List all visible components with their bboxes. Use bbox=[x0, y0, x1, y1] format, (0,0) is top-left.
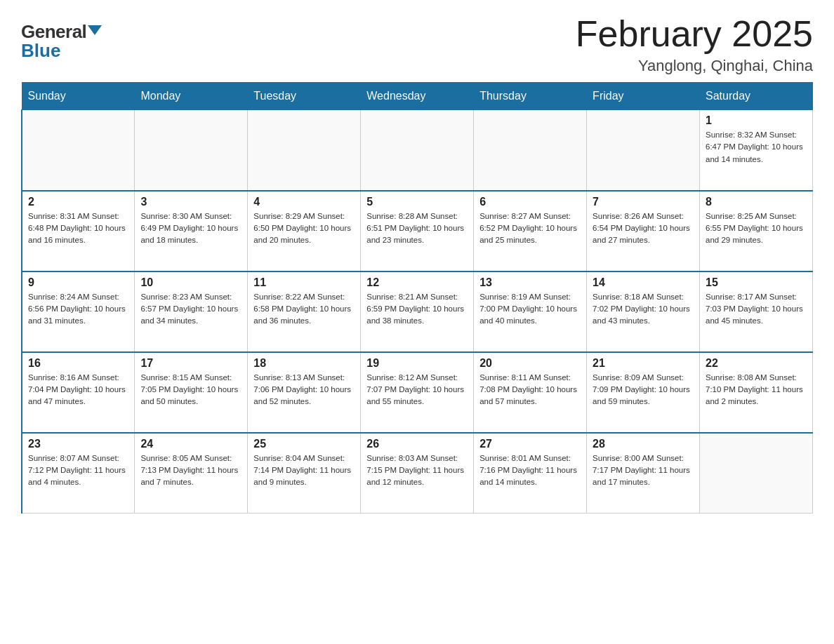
day-info: Sunrise: 8:05 AM Sunset: 7:13 PM Dayligh… bbox=[140, 452, 241, 489]
calendar-cell: 8Sunrise: 8:25 AM Sunset: 6:55 PM Daylig… bbox=[700, 191, 813, 271]
weekday-header-wednesday: Wednesday bbox=[361, 83, 474, 110]
day-number: 4 bbox=[253, 196, 355, 208]
day-number: 15 bbox=[706, 276, 807, 289]
day-number: 8 bbox=[706, 196, 807, 208]
calendar-cell: 17Sunrise: 8:15 AM Sunset: 7:05 PM Dayli… bbox=[135, 352, 248, 433]
day-number: 23 bbox=[28, 438, 128, 450]
logo: General Blue bbox=[21, 14, 102, 62]
day-number: 25 bbox=[253, 438, 355, 450]
day-info: Sunrise: 8:18 AM Sunset: 7:02 PM Dayligh… bbox=[593, 291, 694, 328]
logo-blue-text: Blue bbox=[21, 40, 60, 62]
calendar-cell: 16Sunrise: 8:16 AM Sunset: 7:04 PM Dayli… bbox=[22, 352, 135, 433]
calendar-cell: 5Sunrise: 8:28 AM Sunset: 6:51 PM Daylig… bbox=[361, 191, 474, 271]
calendar-cell: 19Sunrise: 8:12 AM Sunset: 7:07 PM Dayli… bbox=[361, 352, 474, 433]
calendar-cell: 14Sunrise: 8:18 AM Sunset: 7:02 PM Dayli… bbox=[587, 271, 700, 352]
day-info: Sunrise: 8:00 AM Sunset: 7:17 PM Dayligh… bbox=[593, 452, 694, 489]
month-title: February 2025 bbox=[576, 14, 813, 54]
calendar-cell: 2Sunrise: 8:31 AM Sunset: 6:48 PM Daylig… bbox=[22, 191, 135, 271]
calendar-week-row: 1Sunrise: 8:32 AM Sunset: 6:47 PM Daylig… bbox=[22, 110, 813, 191]
day-info: Sunrise: 8:21 AM Sunset: 6:59 PM Dayligh… bbox=[366, 291, 468, 328]
day-number: 17 bbox=[140, 357, 241, 370]
day-number: 22 bbox=[706, 357, 807, 370]
day-info: Sunrise: 8:08 AM Sunset: 7:10 PM Dayligh… bbox=[706, 372, 807, 408]
day-number: 1 bbox=[706, 114, 807, 127]
calendar-cell: 3Sunrise: 8:30 AM Sunset: 6:49 PM Daylig… bbox=[135, 191, 248, 271]
calendar-week-row: 16Sunrise: 8:16 AM Sunset: 7:04 PM Dayli… bbox=[22, 352, 813, 433]
day-number: 2 bbox=[28, 196, 128, 208]
weekday-header-saturday: Saturday bbox=[700, 83, 813, 110]
calendar-cell: 13Sunrise: 8:19 AM Sunset: 7:00 PM Dayli… bbox=[474, 271, 587, 352]
day-info: Sunrise: 8:29 AM Sunset: 6:50 PM Dayligh… bbox=[253, 210, 355, 247]
calendar-cell: 21Sunrise: 8:09 AM Sunset: 7:09 PM Dayli… bbox=[587, 352, 700, 433]
day-info: Sunrise: 8:30 AM Sunset: 6:49 PM Dayligh… bbox=[140, 210, 241, 247]
calendar-cell bbox=[135, 110, 248, 191]
day-info: Sunrise: 8:32 AM Sunset: 6:47 PM Dayligh… bbox=[706, 129, 807, 166]
calendar-cell: 6Sunrise: 8:27 AM Sunset: 6:52 PM Daylig… bbox=[474, 191, 587, 271]
day-number: 16 bbox=[28, 357, 128, 370]
day-number: 19 bbox=[366, 357, 468, 370]
day-number: 3 bbox=[140, 196, 241, 208]
weekday-header-tuesday: Tuesday bbox=[248, 83, 361, 110]
day-info: Sunrise: 8:27 AM Sunset: 6:52 PM Dayligh… bbox=[479, 210, 581, 247]
day-info: Sunrise: 8:11 AM Sunset: 7:08 PM Dayligh… bbox=[479, 372, 581, 408]
calendar-header-row: SundayMondayTuesdayWednesdayThursdayFrid… bbox=[22, 83, 813, 110]
day-info: Sunrise: 8:01 AM Sunset: 7:16 PM Dayligh… bbox=[479, 452, 581, 489]
calendar-cell: 28Sunrise: 8:00 AM Sunset: 7:17 PM Dayli… bbox=[587, 433, 700, 514]
day-info: Sunrise: 8:03 AM Sunset: 7:15 PM Dayligh… bbox=[366, 452, 468, 489]
title-section: February 2025 Yanglong, Qinghai, China bbox=[576, 14, 813, 75]
day-number: 28 bbox=[593, 438, 694, 450]
day-number: 5 bbox=[366, 196, 468, 208]
calendar-cell bbox=[700, 433, 813, 514]
calendar-cell bbox=[474, 110, 587, 191]
calendar-cell: 15Sunrise: 8:17 AM Sunset: 7:03 PM Dayli… bbox=[700, 271, 813, 352]
day-info: Sunrise: 8:19 AM Sunset: 7:00 PM Dayligh… bbox=[479, 291, 581, 328]
weekday-header-friday: Friday bbox=[587, 83, 700, 110]
day-number: 21 bbox=[593, 357, 694, 370]
day-number: 6 bbox=[479, 196, 581, 208]
calendar-cell: 22Sunrise: 8:08 AM Sunset: 7:10 PM Dayli… bbox=[700, 352, 813, 433]
day-number: 26 bbox=[366, 438, 468, 450]
day-info: Sunrise: 8:12 AM Sunset: 7:07 PM Dayligh… bbox=[366, 372, 468, 408]
day-info: Sunrise: 8:24 AM Sunset: 6:56 PM Dayligh… bbox=[28, 291, 128, 328]
day-number: 18 bbox=[253, 357, 355, 370]
day-number: 24 bbox=[140, 438, 241, 450]
day-info: Sunrise: 8:25 AM Sunset: 6:55 PM Dayligh… bbox=[706, 210, 807, 247]
calendar-cell: 4Sunrise: 8:29 AM Sunset: 6:50 PM Daylig… bbox=[248, 191, 361, 271]
day-number: 12 bbox=[366, 276, 468, 289]
day-info: Sunrise: 8:15 AM Sunset: 7:05 PM Dayligh… bbox=[140, 372, 241, 408]
day-number: 13 bbox=[479, 276, 581, 289]
day-info: Sunrise: 8:23 AM Sunset: 6:57 PM Dayligh… bbox=[140, 291, 241, 328]
calendar-cell bbox=[22, 110, 135, 191]
day-number: 7 bbox=[593, 196, 694, 208]
calendar-cell bbox=[361, 110, 474, 191]
day-info: Sunrise: 8:13 AM Sunset: 7:06 PM Dayligh… bbox=[253, 372, 355, 408]
weekday-header-sunday: Sunday bbox=[22, 83, 135, 110]
day-info: Sunrise: 8:04 AM Sunset: 7:14 PM Dayligh… bbox=[253, 452, 355, 489]
calendar-cell: 10Sunrise: 8:23 AM Sunset: 6:57 PM Dayli… bbox=[135, 271, 248, 352]
day-info: Sunrise: 8:16 AM Sunset: 7:04 PM Dayligh… bbox=[28, 372, 128, 408]
day-info: Sunrise: 8:28 AM Sunset: 6:51 PM Dayligh… bbox=[366, 210, 468, 247]
weekday-header-thursday: Thursday bbox=[474, 83, 587, 110]
day-number: 10 bbox=[140, 276, 241, 289]
calendar-cell bbox=[587, 110, 700, 191]
day-number: 11 bbox=[253, 276, 355, 289]
calendar-cell: 24Sunrise: 8:05 AM Sunset: 7:13 PM Dayli… bbox=[135, 433, 248, 514]
calendar-cell: 1Sunrise: 8:32 AM Sunset: 6:47 PM Daylig… bbox=[700, 110, 813, 191]
page-header: General Blue February 2025 Yanglong, Qin… bbox=[21, 14, 813, 75]
day-number: 9 bbox=[28, 276, 128, 289]
weekday-header-monday: Monday bbox=[135, 83, 248, 110]
calendar-cell: 26Sunrise: 8:03 AM Sunset: 7:15 PM Dayli… bbox=[361, 433, 474, 514]
calendar-cell bbox=[248, 110, 361, 191]
calendar-cell: 23Sunrise: 8:07 AM Sunset: 7:12 PM Dayli… bbox=[22, 433, 135, 514]
calendar-cell: 9Sunrise: 8:24 AM Sunset: 6:56 PM Daylig… bbox=[22, 271, 135, 352]
calendar-cell: 7Sunrise: 8:26 AM Sunset: 6:54 PM Daylig… bbox=[587, 191, 700, 271]
calendar-cell: 18Sunrise: 8:13 AM Sunset: 7:06 PM Dayli… bbox=[248, 352, 361, 433]
day-info: Sunrise: 8:09 AM Sunset: 7:09 PM Dayligh… bbox=[593, 372, 694, 408]
day-info: Sunrise: 8:22 AM Sunset: 6:58 PM Dayligh… bbox=[253, 291, 355, 328]
day-info: Sunrise: 8:07 AM Sunset: 7:12 PM Dayligh… bbox=[28, 452, 128, 489]
calendar-table: SundayMondayTuesdayWednesdayThursdayFrid… bbox=[21, 82, 813, 514]
calendar-cell: 20Sunrise: 8:11 AM Sunset: 7:08 PM Dayli… bbox=[474, 352, 587, 433]
calendar-cell: 27Sunrise: 8:01 AM Sunset: 7:16 PM Dayli… bbox=[474, 433, 587, 514]
calendar-cell: 11Sunrise: 8:22 AM Sunset: 6:58 PM Dayli… bbox=[248, 271, 361, 352]
location-title: Yanglong, Qinghai, China bbox=[576, 57, 813, 75]
